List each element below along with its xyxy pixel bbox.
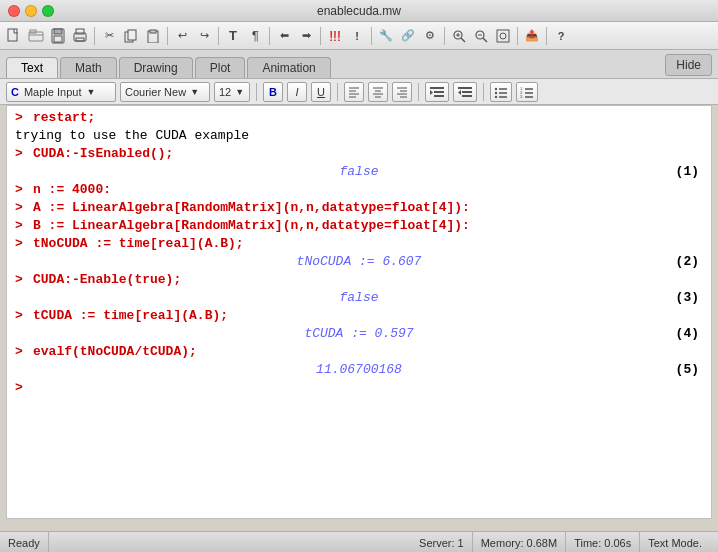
export-icon[interactable]: 📤: [522, 26, 542, 46]
line-A: > A := LinearAlgebra[RandomMatrix](n,n,d…: [15, 200, 703, 218]
line-number-4: (4): [676, 326, 699, 341]
indent-button[interactable]: [425, 82, 449, 102]
tab-math[interactable]: Math: [60, 57, 117, 78]
output-tcuda-val: tCUDA := 0.597: [15, 326, 703, 341]
prompt-2: >: [15, 146, 29, 161]
close-button[interactable]: [8, 5, 20, 17]
list-button[interactable]: [490, 82, 512, 102]
maximize-button[interactable]: [42, 5, 54, 17]
document-area[interactable]: > restart; trying to use the CUDA exampl…: [6, 105, 712, 519]
font-size: 12: [219, 86, 231, 98]
svg-line-14: [461, 38, 465, 42]
tab-animation[interactable]: Animation: [247, 57, 330, 78]
prompt-6: >: [15, 236, 29, 251]
tab-plot[interactable]: Plot: [195, 57, 246, 78]
code-A: A := LinearAlgebra[RandomMatrix](n,n,dat…: [33, 200, 470, 215]
line-number-5: (5): [676, 362, 699, 377]
line-tcuda: > tCUDA := time[real](A.B);: [15, 308, 703, 326]
sep4: [269, 27, 270, 45]
exclaim-icon[interactable]: !: [347, 26, 367, 46]
open-icon[interactable]: [26, 26, 46, 46]
left-arrow-icon[interactable]: ⬅: [274, 26, 294, 46]
code-enable: CUDA:-Enable(true);: [33, 272, 181, 287]
math-mode-icon[interactable]: ¶: [245, 26, 265, 46]
tools-icon[interactable]: 🔧: [376, 26, 396, 46]
output-false-1: false: [15, 164, 703, 179]
align-right-button[interactable]: [392, 82, 412, 102]
hide-button[interactable]: Hide: [665, 54, 712, 76]
tab-drawing[interactable]: Drawing: [119, 57, 193, 78]
svg-rect-5: [54, 36, 62, 42]
paste-icon[interactable]: [143, 26, 163, 46]
prompt-9: >: [15, 344, 29, 359]
sep6: [371, 27, 372, 45]
execute-icon[interactable]: !!!: [325, 26, 345, 46]
prompt-8: >: [15, 308, 29, 323]
status-memory: Memory: 0.68M: [473, 532, 566, 552]
output-tnocuda-val: tNoCUDA := 6.607: [15, 254, 703, 269]
status-server: Server: 1: [411, 532, 473, 552]
code-B: B := LinearAlgebra[RandomMatrix](n,n,dat…: [33, 218, 470, 233]
link-icon[interactable]: 🔗: [398, 26, 418, 46]
output-1: false (1): [15, 164, 703, 182]
underline-button[interactable]: U: [311, 82, 331, 102]
align-left-button[interactable]: [344, 82, 364, 102]
new-icon[interactable]: [4, 26, 24, 46]
sep2: [167, 27, 168, 45]
context-text: Maple Input: [24, 86, 81, 98]
sep3: [218, 27, 219, 45]
text-mode-icon[interactable]: T: [223, 26, 243, 46]
format-bar: C Maple Input ▼ Courier New ▼ 12 ▼ B I U…: [0, 79, 718, 105]
cut-icon[interactable]: ✂: [99, 26, 119, 46]
settings-icon[interactable]: ⚙: [420, 26, 440, 46]
sep8: [517, 27, 518, 45]
help-icon[interactable]: ?: [551, 26, 571, 46]
zoom-in-icon[interactable]: [449, 26, 469, 46]
prompt-7: >: [15, 272, 29, 287]
right-arrow-icon[interactable]: ➡: [296, 26, 316, 46]
svg-point-42: [495, 87, 497, 89]
status-time: Time: 0.06s: [566, 532, 640, 552]
line-tnocuda: > tNoCUDA := time[real](A.B);: [15, 236, 703, 254]
output-evalf-val: 11.06700168: [15, 362, 703, 377]
italic-button[interactable]: I: [287, 82, 307, 102]
svg-rect-4: [54, 29, 62, 34]
output-3: false (3): [15, 290, 703, 308]
zoom-out-icon[interactable]: [471, 26, 491, 46]
sep-format4: [483, 83, 484, 101]
code-n: n := 4000:: [33, 182, 111, 197]
print-icon[interactable]: [70, 26, 90, 46]
output-4: tCUDA := 0.597 (4): [15, 326, 703, 344]
redo-icon[interactable]: ↪: [194, 26, 214, 46]
align-center-button[interactable]: [368, 82, 388, 102]
prompt-4: >: [15, 200, 29, 215]
svg-rect-10: [128, 30, 136, 40]
sep9: [546, 27, 547, 45]
svg-rect-8: [76, 38, 84, 41]
prompt-3: >: [15, 182, 29, 197]
code-evalf: evalf(tNoCUDA/tCUDA);: [33, 344, 197, 359]
bold-button[interactable]: B: [263, 82, 283, 102]
code-tcuda: tCUDA := time[real](A.B);: [33, 308, 228, 323]
svg-rect-35: [434, 91, 444, 93]
numbered-list-button[interactable]: 1.2.3.: [516, 82, 538, 102]
svg-rect-40: [462, 95, 472, 97]
copy-icon[interactable]: [121, 26, 141, 46]
outdent-button[interactable]: [453, 82, 477, 102]
code-isenabled: CUDA:-IsEnabled();: [33, 146, 173, 161]
size-arrow-icon: ▼: [235, 87, 244, 97]
size-dropdown[interactable]: 12 ▼: [214, 82, 250, 102]
output-5: 11.06700168 (5): [15, 362, 703, 380]
svg-rect-0: [8, 29, 17, 41]
context-dropdown[interactable]: C Maple Input ▼: [6, 82, 116, 102]
zoom-fit-icon[interactable]: [493, 26, 513, 46]
svg-line-18: [483, 38, 487, 42]
sep5: [320, 27, 321, 45]
save-icon[interactable]: [48, 26, 68, 46]
undo-icon[interactable]: ↩: [172, 26, 192, 46]
svg-rect-38: [458, 87, 472, 89]
font-dropdown[interactable]: Courier New ▼: [120, 82, 210, 102]
minimize-button[interactable]: [25, 5, 37, 17]
line-restart: > restart;: [15, 110, 703, 128]
tab-text[interactable]: Text: [6, 57, 58, 78]
